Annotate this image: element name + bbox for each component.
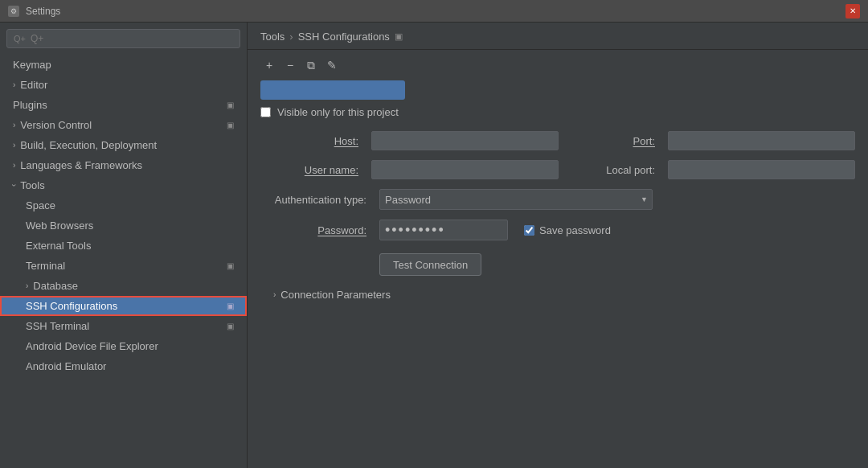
host-label: Host: xyxy=(260,135,365,147)
edit-button[interactable]: ✎ xyxy=(323,56,341,74)
sidebar-item-label: Android Emulator xyxy=(26,360,106,372)
sidebar-item-label: Editor xyxy=(20,79,47,91)
chevron-icon: › xyxy=(13,80,15,89)
app-icon: ⚙ xyxy=(8,6,19,17)
connection-params-chevron: › xyxy=(273,290,276,299)
port-input[interactable] xyxy=(668,131,855,150)
save-password-checkbox[interactable] xyxy=(524,225,534,236)
test-connection-button[interactable]: Test Connection xyxy=(379,253,481,276)
save-password-label[interactable]: Save password xyxy=(539,224,611,236)
auth-type-label: Authentication type: xyxy=(260,194,373,206)
breadcrumb-ext-icon: ▣ xyxy=(395,31,403,42)
search-input[interactable] xyxy=(31,33,233,44)
chevron-icon: › xyxy=(13,141,15,150)
external-icon: ▣ xyxy=(227,261,234,270)
sidebar-item-label: Plugins xyxy=(13,99,47,111)
breadcrumb-separator: › xyxy=(289,31,293,43)
sidebar-item-label: Android Device File Explorer xyxy=(26,340,158,352)
auth-type-row: Authentication type: Password Key pair O… xyxy=(260,189,855,210)
sidebar-item-label: Web Browsers xyxy=(26,220,93,232)
connection-parameters-section[interactable]: › Connection Parameters xyxy=(260,289,855,301)
host-port-grid: Host: Port: xyxy=(260,131,855,150)
username-input[interactable] xyxy=(371,160,559,179)
save-password-row: Save password xyxy=(524,224,611,236)
sidebar-item-android-emulator[interactable]: Android Emulator xyxy=(0,356,247,376)
sidebar-item-label: Database xyxy=(33,280,78,292)
sidebar-item-plugins[interactable]: Plugins ▣ xyxy=(0,95,247,115)
title-bar: ⚙ Settings ✕ xyxy=(0,0,868,23)
sidebar-item-space[interactable]: Space xyxy=(0,195,247,216)
toolbar: + − ⧉ ✎ xyxy=(248,50,868,80)
visible-only-label[interactable]: Visible only for this project xyxy=(277,106,399,118)
breadcrumb: Tools › SSH Configurations ▣ xyxy=(248,23,868,50)
auth-type-select[interactable]: Password Key pair OpenSSH config and aut… xyxy=(379,189,653,210)
visible-only-row: Visible only for this project xyxy=(260,106,855,118)
breadcrumb-parent: Tools xyxy=(260,31,285,43)
sidebar-item-label: SSH Terminal xyxy=(26,320,89,332)
close-button[interactable]: ✕ xyxy=(845,4,860,18)
sidebar-item-label: Keymap xyxy=(13,59,51,71)
sidebar-item-label: SSH Configurations xyxy=(26,300,117,312)
window-title: Settings xyxy=(26,6,60,17)
sidebar: Q+ Keymap › Editor Plugins ▣ › Version C… xyxy=(0,23,248,468)
copy-button[interactable]: ⧉ xyxy=(302,56,320,74)
host-input[interactable] xyxy=(371,131,559,150)
sidebar-item-android-device-file-explorer[interactable]: Android Device File Explorer xyxy=(0,336,247,356)
chevron-icon: › xyxy=(10,184,18,187)
sidebar-item-keymap[interactable]: Keymap xyxy=(0,55,247,75)
sidebar-item-ssh-configurations[interactable]: SSH Configurations ▣ xyxy=(0,296,247,316)
username-label: User name: xyxy=(260,164,365,176)
search-icon: Q+ xyxy=(14,34,26,43)
sidebar-item-label: Languages & Frameworks xyxy=(20,159,142,171)
port-label: Port: xyxy=(565,135,661,147)
sidebar-item-label: Version Control xyxy=(20,119,92,131)
password-label: Password: xyxy=(260,224,373,236)
sidebar-item-tools[interactable]: › Tools xyxy=(0,175,247,195)
connection-params-label: Connection Parameters xyxy=(280,289,391,301)
remove-button[interactable]: − xyxy=(281,56,299,74)
config-list-item[interactable] xyxy=(260,80,405,100)
visible-only-checkbox[interactable] xyxy=(260,107,271,117)
auth-type-select-wrapper[interactable]: Password Key pair OpenSSH config and aut… xyxy=(379,189,653,210)
form-area: Visible only for this project Host: Port… xyxy=(248,106,868,468)
chevron-icon: › xyxy=(13,161,15,170)
external-icon: ▣ xyxy=(227,302,234,310)
sidebar-item-ssh-terminal[interactable]: SSH Terminal ▣ xyxy=(0,316,247,336)
password-row: Password: Save password xyxy=(260,220,855,240)
sidebar-item-web-browsers[interactable]: Web Browsers xyxy=(0,216,247,236)
sidebar-item-editor[interactable]: › Editor xyxy=(0,75,247,95)
chevron-icon: › xyxy=(26,281,28,290)
sidebar-item-label: Build, Execution, Deployment xyxy=(20,139,157,151)
external-icon: ▣ xyxy=(227,322,234,330)
sidebar-item-build-execution[interactable]: › Build, Execution, Deployment xyxy=(0,135,247,155)
test-connection-row: Test Connection xyxy=(260,253,855,276)
main-layout: Q+ Keymap › Editor Plugins ▣ › Version C… xyxy=(0,23,868,468)
sidebar-item-languages-frameworks[interactable]: › Languages & Frameworks xyxy=(0,155,247,175)
breadcrumb-current: SSH Configurations xyxy=(298,31,390,43)
sidebar-item-label: Terminal xyxy=(26,260,65,272)
username-localport-grid: User name: Local port: xyxy=(260,160,855,179)
sidebar-item-terminal[interactable]: Terminal ▣ xyxy=(0,256,247,276)
sidebar-item-label: External Tools xyxy=(26,240,91,252)
sidebar-item-database[interactable]: › Database xyxy=(0,276,247,296)
external-icon: ▣ xyxy=(227,121,234,129)
local-port-input[interactable] xyxy=(668,160,855,179)
add-button[interactable]: + xyxy=(260,56,278,74)
password-input[interactable] xyxy=(379,220,508,240)
chevron-icon: › xyxy=(13,121,15,129)
search-bar[interactable]: Q+ xyxy=(6,29,240,48)
external-icon: ▣ xyxy=(227,101,234,109)
sidebar-item-version-control[interactable]: › Version Control ▣ xyxy=(0,115,247,135)
local-port-label: Local port: xyxy=(565,164,661,176)
sidebar-item-label: Space xyxy=(26,199,55,211)
sidebar-item-label: Tools xyxy=(20,179,44,191)
content-area: Tools › SSH Configurations ▣ + − ⧉ ✎ Vis… xyxy=(248,23,868,468)
sidebar-item-external-tools[interactable]: External Tools xyxy=(0,236,247,256)
